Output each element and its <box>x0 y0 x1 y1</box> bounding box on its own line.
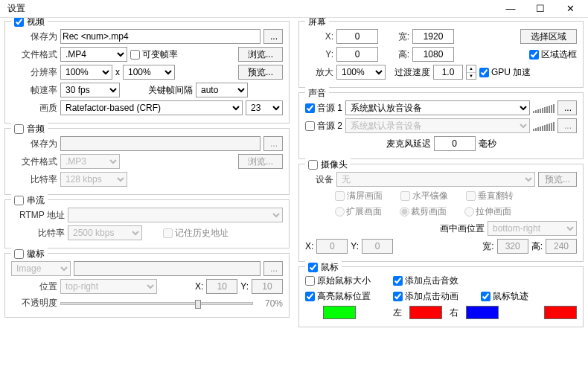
screen-y-label: Y: <box>305 49 333 60</box>
emblem-type-select: Image <box>11 261 71 276</box>
screen-w-input[interactable] <box>412 29 454 44</box>
res-x: x <box>115 67 120 77</box>
screen-x-input[interactable] <box>336 29 378 44</box>
mirror-checkbox <box>400 191 410 201</box>
video-format-select[interactable]: .MP4 <box>60 47 127 62</box>
titlebar: 设置 — ☐ ✕ <box>0 0 588 18</box>
src1-more[interactable]: ... <box>557 100 577 115</box>
camera-title: 摄像头 <box>321 158 348 171</box>
emblem-browse: ... <box>263 261 283 276</box>
stream-bitrate-select: 2500 kbps <box>68 225 142 240</box>
minimize-button[interactable]: — <box>496 1 525 17</box>
src2-select: 系统默认录音设备 <box>345 118 530 133</box>
trail-checkbox[interactable] <box>481 292 490 301</box>
vbr-label: 可变帧率 <box>142 48 178 61</box>
remember-label: 记住历史地址 <box>175 227 229 240</box>
pip-label: 画中画位置 <box>440 222 485 235</box>
quality-value-select[interactable]: 23 <box>246 100 283 115</box>
cam-y-input <box>362 239 393 254</box>
video-enable-checkbox[interactable] <box>14 18 24 27</box>
video-saveas-browse[interactable]: ... <box>263 29 283 44</box>
src1-checkbox[interactable] <box>305 103 315 113</box>
stream-enable-checkbox[interactable] <box>14 196 24 205</box>
close-button[interactable]: ✕ <box>555 1 585 17</box>
click-anim-checkbox[interactable] <box>393 292 403 301</box>
audio-bitrate-label: 比特率 <box>11 173 57 186</box>
src1-select[interactable]: 系统默认放音设备 <box>345 100 530 115</box>
src2-checkbox[interactable] <box>305 121 315 131</box>
left-label: 左 <box>393 307 402 319</box>
emblem-x-input <box>206 279 237 294</box>
trail-color[interactable] <box>544 306 577 319</box>
click-sound-checkbox[interactable] <box>393 276 403 286</box>
region-frame-checkbox[interactable] <box>529 50 539 60</box>
keyframe-select[interactable]: auto <box>196 83 248 97</box>
highlight-checkbox[interactable] <box>305 292 315 301</box>
zoom-label: 放大 <box>305 66 333 79</box>
speed-spinner[interactable]: ▲▼ <box>466 65 476 80</box>
audio-group: 音频 保存为 ... 文件格式 .MP3 浏览... 比特率 128 kbps <box>4 128 290 195</box>
audio-saveas-label: 保存为 <box>11 138 57 150</box>
mic-delay-unit: 毫秒 <box>479 138 496 150</box>
device-select: 无 <box>336 172 535 187</box>
emblem-group: 徽标 Image ... 位置 top-right X: Y: 不透明度 70% <box>4 253 290 318</box>
res-width-select[interactable]: 100% <box>60 65 112 80</box>
mouse-enable-checkbox[interactable] <box>308 263 318 272</box>
camera-preview-button: 预览... <box>538 172 577 187</box>
save-as-label: 保存为 <box>11 31 57 43</box>
keyframe-label: 关键帧间隔 <box>148 84 193 97</box>
emblem-path-input <box>74 261 261 276</box>
quality-label: 画质 <box>11 102 57 115</box>
window-title: 设置 <box>3 2 496 15</box>
gpu-checkbox[interactable] <box>479 68 489 77</box>
video-saveas-input[interactable] <box>60 29 261 44</box>
emblem-pos-label: 位置 <box>11 280 57 293</box>
screen-x-label: X: <box>305 31 333 42</box>
right-label: 右 <box>450 307 458 319</box>
rtmp-label: RTMP 地址 <box>11 209 65 222</box>
mic-delay-input[interactable] <box>434 136 476 151</box>
zoom-select[interactable]: 100% <box>336 65 386 80</box>
stream-group: 串流 RTMP 地址 比特率 2500 kbps 记住历史地址 <box>4 199 290 248</box>
cam-h-input <box>546 239 577 254</box>
screen-y-input[interactable] <box>336 47 378 62</box>
vbr-checkbox[interactable] <box>130 50 140 60</box>
res-height-select[interactable]: 100% <box>123 65 175 80</box>
audio-bitrate-select: 128 kbps <box>60 172 127 187</box>
quality-mode-select[interactable]: Ratefactor-based (CRF) <box>60 100 243 115</box>
cam-h-label: 高: <box>531 240 543 253</box>
camera-enable-checkbox[interactable] <box>308 160 318 170</box>
src1-volume-icon <box>533 103 555 113</box>
opacity-slider <box>60 302 253 305</box>
screen-group: 屏幕 X: 宽: 选择区域 Y: 高: 区域选框 放大 100% 过渡速度 ▲▼… <box>298 21 584 88</box>
speed-label: 过渡速度 <box>389 66 430 79</box>
camera-group: 摄像头 设备 无 预览... 满屏画面 水平镶像 垂直翻转 扩展画面 裁剪画面 … <box>298 164 584 262</box>
speed-input[interactable] <box>433 65 463 80</box>
audio-enable-checkbox[interactable] <box>14 124 24 134</box>
gpu-label: GPU 加速 <box>491 66 531 79</box>
audio-format-label: 文件格式 <box>11 155 57 168</box>
video-group: 视频 保存为 ... 文件格式 .MP4 可变帧率 浏览... 分辨率 100%… <box>4 21 290 124</box>
screen-h-label: 高: <box>381 48 409 61</box>
emblem-enable-checkbox[interactable] <box>14 249 24 259</box>
maximize-button[interactable]: ☐ <box>525 1 555 17</box>
fps-label: 帧速率 <box>11 84 57 97</box>
crop-radio <box>400 207 409 217</box>
audio-browse-button: 浏览... <box>238 154 283 169</box>
left-color[interactable] <box>409 306 442 319</box>
sound-title: 声音 <box>308 87 326 100</box>
fps-select[interactable]: 30 fps <box>60 83 120 97</box>
src2-volume-icon <box>533 121 555 131</box>
src1-label: 音源 1 <box>317 102 342 115</box>
emblem-x-label: X: <box>195 281 203 292</box>
video-browse-button[interactable]: 浏览... <box>238 47 283 62</box>
screen-h-input[interactable] <box>412 47 454 62</box>
audio-title: 音频 <box>27 123 45 135</box>
highlight-color[interactable] <box>323 306 356 319</box>
select-region-button[interactable]: 选择区域 <box>520 29 577 44</box>
audio-format-select: .MP3 <box>60 154 120 169</box>
preview-button[interactable]: 预览... <box>238 65 283 80</box>
orig-size-checkbox[interactable] <box>305 276 315 286</box>
screen-w-label: 宽: <box>381 31 409 43</box>
right-color[interactable] <box>466 306 499 319</box>
